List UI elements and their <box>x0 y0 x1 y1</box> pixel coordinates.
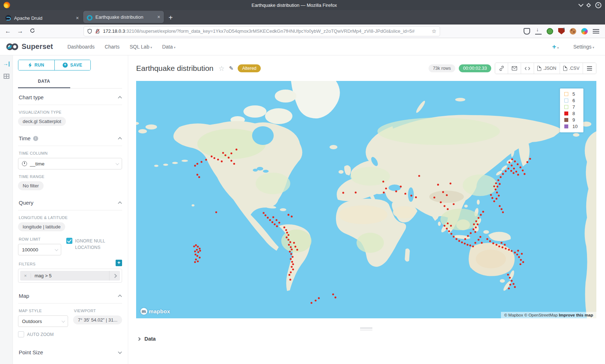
earthquake-point[interactable] <box>520 259 522 261</box>
earthquake-point[interactable] <box>522 261 524 263</box>
earthquake-point[interactable] <box>272 221 273 223</box>
embed-code-button[interactable] <box>521 63 534 74</box>
extension-pinwheel-icon[interactable] <box>581 28 588 35</box>
earthquake-point[interactable] <box>440 201 442 203</box>
earthquake-point[interactable] <box>230 153 232 154</box>
section-time[interactable]: Timei <box>18 129 122 146</box>
earthquake-point[interactable] <box>446 228 448 229</box>
earthquake-point[interactable] <box>278 222 280 223</box>
earthquake-point[interactable] <box>505 247 507 249</box>
earthquake-point[interactable] <box>290 271 292 273</box>
add-filter-button[interactable]: + <box>116 260 122 266</box>
earthquake-point[interactable] <box>411 195 412 196</box>
earthquake-point[interactable] <box>201 161 202 163</box>
earthquake-point[interactable] <box>479 236 481 238</box>
earthquake-point[interactable] <box>511 164 512 166</box>
chart-menu-button[interactable] <box>583 63 596 74</box>
earthquake-point[interactable] <box>287 214 289 216</box>
earthquake-point[interactable] <box>520 263 521 265</box>
earthquake-point[interactable] <box>458 240 460 242</box>
nav-dashboards[interactable]: Dashboards <box>62 44 100 50</box>
earthquake-point[interactable] <box>214 157 215 159</box>
earthquake-point[interactable] <box>467 235 469 237</box>
earthquake-point[interactable] <box>292 268 294 270</box>
earthquake-point[interactable] <box>437 184 439 186</box>
extension-green-icon[interactable] <box>547 28 553 35</box>
earthquake-point[interactable] <box>195 244 197 246</box>
superset-logo[interactable]: Superset <box>6 42 53 51</box>
earthquake-point[interactable] <box>289 251 291 252</box>
section-query[interactable]: Query <box>18 194 122 210</box>
earthquake-point[interactable] <box>495 182 497 184</box>
earthquake-point[interactable] <box>287 239 289 241</box>
earthquake-point[interactable] <box>315 300 317 301</box>
expand-datasource-icon[interactable]: →| <box>3 60 10 67</box>
earthquake-point[interactable] <box>310 302 312 304</box>
earthquake-point[interactable] <box>193 245 195 247</box>
auto-zoom-checkbox[interactable] <box>18 331 24 337</box>
earthquake-point[interactable] <box>500 176 502 178</box>
earthquake-point[interactable] <box>511 280 512 282</box>
tracking-shield-icon[interactable] <box>87 29 92 34</box>
tab-apache-druid[interactable]: Apache Druid × <box>2 12 82 24</box>
earthquake-point[interactable] <box>478 217 479 219</box>
earthquake-point[interactable] <box>355 192 357 194</box>
earthquake-point[interactable] <box>383 192 385 194</box>
earthquake-point[interactable] <box>442 191 444 193</box>
earthquake-point[interactable] <box>508 249 510 251</box>
row-limit-select[interactable]: 100000 <box>18 244 61 255</box>
earthquake-point[interactable] <box>489 240 491 242</box>
earthquake-point[interactable] <box>196 249 198 251</box>
earthquake-point[interactable] <box>291 215 292 217</box>
earthquake-point[interactable] <box>285 229 287 231</box>
earthquake-point[interactable] <box>263 212 264 214</box>
earthquake-point[interactable] <box>288 244 290 246</box>
earthquake-point[interactable] <box>276 225 278 227</box>
earthquake-point[interactable] <box>472 228 474 230</box>
earthquake-point[interactable] <box>444 205 445 207</box>
earthquake-point[interactable] <box>508 161 510 163</box>
earthquake-point[interactable] <box>514 160 516 162</box>
earthquake-point[interactable] <box>395 190 397 192</box>
earthquake-point[interactable] <box>267 217 269 219</box>
earthquake-point[interactable] <box>507 274 509 276</box>
earthquake-point[interactable] <box>196 163 198 165</box>
earthquake-point[interactable] <box>475 220 477 222</box>
earthquake-point[interactable] <box>199 256 201 258</box>
earthquake-point[interactable] <box>504 244 506 246</box>
earthquake-point[interactable] <box>194 250 196 252</box>
earthquake-point[interactable] <box>194 165 196 167</box>
viewport-value[interactable]: 7° 35' 54.02" | 31... <box>73 315 122 324</box>
edit-properties-icon[interactable]: ✎ <box>229 65 234 72</box>
earthquake-point[interactable] <box>274 223 275 225</box>
viz-type-value[interactable]: deck.gl Scatterplot <box>18 117 66 126</box>
world-map[interactable]: 5678910 m mapbox © Mapbox © OpenStreetMa… <box>136 81 596 318</box>
earthquake-point[interactable] <box>199 250 201 251</box>
earthquake-point[interactable] <box>194 261 196 263</box>
earthquake-point[interactable] <box>521 253 523 255</box>
earthquake-point[interactable] <box>496 198 497 200</box>
earthquake-point[interactable] <box>478 239 479 241</box>
earthquake-point[interactable] <box>509 284 511 286</box>
earthquake-point[interactable] <box>453 203 454 205</box>
earthquake-point[interactable] <box>501 242 502 244</box>
earthquake-point[interactable] <box>499 205 501 207</box>
earthquake-point[interactable] <box>400 186 402 187</box>
earthquake-point[interactable] <box>480 214 482 216</box>
earthquake-point[interactable] <box>195 259 197 260</box>
earthquake-point[interactable] <box>505 170 507 172</box>
run-button[interactable]: RUN <box>18 60 55 70</box>
earthquake-point[interactable] <box>497 186 498 187</box>
earthquake-point[interactable] <box>194 254 196 255</box>
earthquake-point[interactable] <box>498 195 500 196</box>
earthquake-point[interactable] <box>511 250 512 252</box>
extension-shield-icon[interactable] <box>524 28 530 35</box>
earthquake-point[interactable] <box>272 216 274 218</box>
earthquake-point[interactable] <box>222 152 224 154</box>
earthquake-point[interactable] <box>211 155 212 157</box>
earthquake-point[interactable] <box>502 211 504 213</box>
url-bar[interactable]: 172.18.0.3:32108/superset/explore/?form_… <box>84 26 440 36</box>
earthquake-point[interactable] <box>502 173 504 175</box>
earthquake-point[interactable] <box>472 245 474 247</box>
insecure-lock-icon[interactable] <box>95 29 100 34</box>
